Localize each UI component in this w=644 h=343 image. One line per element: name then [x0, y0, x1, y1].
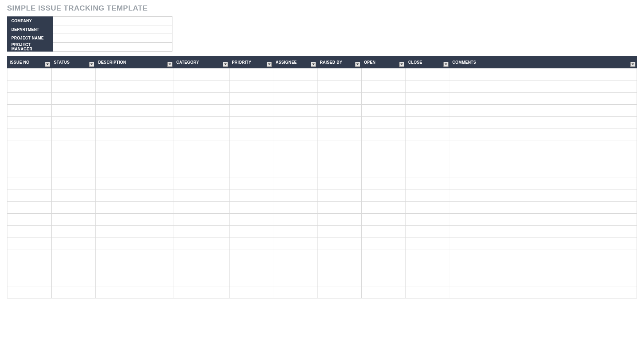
cell-priority[interactable]	[230, 214, 273, 226]
cell-issue-no[interactable]	[7, 153, 52, 165]
cell-priority[interactable]	[230, 80, 273, 93]
cell-status[interactable]	[52, 105, 96, 117]
cell-status[interactable]	[52, 177, 96, 189]
cell-close[interactable]	[406, 274, 450, 286]
cell-open[interactable]	[362, 250, 406, 262]
cell-category[interactable]	[174, 80, 230, 93]
cell-close[interactable]	[406, 93, 450, 105]
cell-open[interactable]	[362, 68, 406, 80]
cell-raised-by[interactable]	[318, 129, 362, 141]
cell-raised-by[interactable]	[318, 117, 362, 129]
cell-assignee[interactable]	[273, 141, 318, 153]
cell-comments[interactable]	[450, 141, 637, 153]
cell-category[interactable]	[174, 262, 230, 274]
filter-dropdown-icon-priority[interactable]	[267, 62, 272, 67]
cell-priority[interactable]	[230, 165, 273, 177]
cell-issue-no[interactable]	[7, 202, 52, 214]
cell-raised-by[interactable]	[318, 202, 362, 214]
cell-issue-no[interactable]	[7, 105, 52, 117]
cell-raised-by[interactable]	[318, 165, 362, 177]
cell-issue-no[interactable]	[7, 262, 52, 274]
cell-comments[interactable]	[450, 165, 637, 177]
cell-assignee[interactable]	[273, 165, 318, 177]
cell-category[interactable]	[174, 153, 230, 165]
cell-priority[interactable]	[230, 117, 273, 129]
meta-value-department[interactable]	[53, 25, 172, 34]
cell-priority[interactable]	[230, 202, 273, 214]
cell-category[interactable]	[174, 105, 230, 117]
cell-issue-no[interactable]	[7, 117, 52, 129]
cell-assignee[interactable]	[273, 129, 318, 141]
cell-assignee[interactable]	[273, 262, 318, 274]
cell-description[interactable]	[96, 93, 174, 105]
cell-raised-by[interactable]	[318, 274, 362, 286]
cell-open[interactable]	[362, 93, 406, 105]
filter-dropdown-icon-raised-by[interactable]	[355, 62, 360, 67]
cell-close[interactable]	[406, 129, 450, 141]
filter-dropdown-icon-category[interactable]	[223, 62, 228, 67]
cell-open[interactable]	[362, 141, 406, 153]
cell-status[interactable]	[52, 68, 96, 80]
cell-close[interactable]	[406, 68, 450, 80]
cell-priority[interactable]	[230, 93, 273, 105]
cell-raised-by[interactable]	[318, 238, 362, 250]
cell-description[interactable]	[96, 165, 174, 177]
cell-raised-by[interactable]	[318, 214, 362, 226]
cell-comments[interactable]	[450, 274, 637, 286]
cell-priority[interactable]	[230, 238, 273, 250]
cell-issue-no[interactable]	[7, 165, 52, 177]
col-header-description[interactable]: DESCRIPTION	[96, 57, 174, 68]
cell-close[interactable]	[406, 238, 450, 250]
cell-category[interactable]	[174, 238, 230, 250]
cell-category[interactable]	[174, 165, 230, 177]
col-header-category[interactable]: CATEGORY	[174, 57, 230, 68]
cell-raised-by[interactable]	[318, 177, 362, 189]
cell-issue-no[interactable]	[7, 214, 52, 226]
cell-description[interactable]	[96, 189, 174, 202]
cell-priority[interactable]	[230, 177, 273, 189]
cell-issue-no[interactable]	[7, 177, 52, 189]
cell-open[interactable]	[362, 129, 406, 141]
cell-status[interactable]	[52, 286, 96, 298]
cell-status[interactable]	[52, 93, 96, 105]
cell-issue-no[interactable]	[7, 80, 52, 93]
cell-comments[interactable]	[450, 153, 637, 165]
cell-description[interactable]	[96, 105, 174, 117]
cell-open[interactable]	[362, 262, 406, 274]
cell-raised-by[interactable]	[318, 141, 362, 153]
cell-comments[interactable]	[450, 286, 637, 298]
cell-assignee[interactable]	[273, 189, 318, 202]
cell-description[interactable]	[96, 238, 174, 250]
filter-dropdown-icon-open[interactable]	[399, 62, 404, 67]
cell-category[interactable]	[174, 141, 230, 153]
col-header-raised-by[interactable]: RAISED BY	[318, 57, 362, 68]
cell-open[interactable]	[362, 165, 406, 177]
cell-category[interactable]	[174, 250, 230, 262]
col-header-status[interactable]: STATUS	[52, 57, 96, 68]
cell-open[interactable]	[362, 177, 406, 189]
cell-assignee[interactable]	[273, 286, 318, 298]
cell-assignee[interactable]	[273, 68, 318, 80]
cell-description[interactable]	[96, 286, 174, 298]
cell-close[interactable]	[406, 262, 450, 274]
cell-status[interactable]	[52, 141, 96, 153]
cell-category[interactable]	[174, 129, 230, 141]
cell-comments[interactable]	[450, 80, 637, 93]
col-header-close[interactable]: CLOSE	[406, 57, 450, 68]
cell-priority[interactable]	[230, 68, 273, 80]
cell-raised-by[interactable]	[318, 80, 362, 93]
meta-value-project-name[interactable]	[53, 34, 172, 43]
cell-open[interactable]	[362, 105, 406, 117]
cell-comments[interactable]	[450, 226, 637, 238]
cell-open[interactable]	[362, 226, 406, 238]
cell-assignee[interactable]	[273, 202, 318, 214]
cell-assignee[interactable]	[273, 250, 318, 262]
cell-status[interactable]	[52, 226, 96, 238]
col-header-assignee[interactable]: ASSIGNEE	[273, 57, 318, 68]
cell-close[interactable]	[406, 153, 450, 165]
cell-status[interactable]	[52, 80, 96, 93]
cell-assignee[interactable]	[273, 226, 318, 238]
cell-assignee[interactable]	[273, 177, 318, 189]
cell-open[interactable]	[362, 286, 406, 298]
cell-category[interactable]	[174, 93, 230, 105]
